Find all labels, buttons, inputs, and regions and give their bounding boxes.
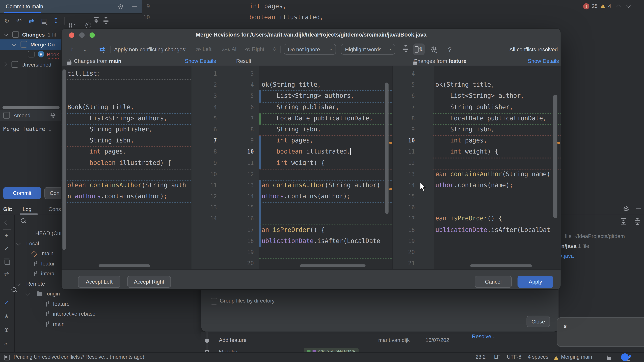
code-line[interactable]: 19 (191, 247, 392, 258)
close-traffic-light[interactable] (69, 32, 74, 38)
hide-panel-icon[interactable] (636, 209, 641, 209)
group-by-icon[interactable] (69, 23, 74, 28)
sync-scroll-button[interactable]: ⇅ (413, 43, 425, 55)
code-line[interactable] (62, 247, 191, 258)
code-line[interactable]: String publisher, (62, 124, 191, 135)
code-line[interactable] (62, 213, 191, 224)
code-line[interactable]: 9 String isbn, (392, 124, 561, 135)
magic-resolve-icon[interactable]: ✧ (272, 45, 277, 53)
code-line[interactable] (62, 224, 191, 236)
code-line[interactable]: 10boolean illustrated, (142, 12, 589, 23)
file-checkbox[interactable] (28, 51, 34, 57)
previous-change-icon[interactable]: ↑ (70, 45, 73, 52)
unlock-icon[interactable] (607, 357, 611, 360)
code-line[interactable]: 68 String isbn, (191, 124, 392, 135)
code-line[interactable]: 1012 (191, 169, 392, 180)
chevron-down-icon[interactable] (626, 3, 631, 8)
indent-setting[interactable]: 4 spaces (528, 354, 548, 360)
branch-tree-item[interactable]: origin (14, 289, 206, 299)
status-message[interactable]: Pending Unresolved conflicts // Resolve.… (14, 354, 144, 360)
code-line[interactable]: 1113an containsAuthor(String author) (191, 180, 392, 191)
merge-branches-icon[interactable]: ⇄ (4, 271, 9, 277)
code-line[interactable]: 9int pages, (142, 1, 589, 12)
collapse-all-icon[interactable] (104, 17, 108, 24)
warning-count[interactable]: 4 (608, 3, 611, 9)
code-line[interactable]: int pages, (62, 146, 191, 158)
accept-right-button[interactable]: Accept Right (127, 276, 171, 288)
scrollbar[interactable] (385, 82, 388, 214)
unversioned-checkbox[interactable] (12, 61, 18, 68)
code-line[interactable]: 911 int weight) { (191, 157, 392, 169)
chevron-down-icon[interactable] (3, 32, 8, 36)
code-line[interactable]: 46 String publisher, (191, 102, 392, 113)
code-line[interactable]: 16 (392, 202, 561, 213)
code-line[interactable]: 810 boolean illustrated, (191, 146, 392, 158)
shelf-file-link[interactable]: k.java (560, 253, 574, 259)
apply-button[interactable]: Apply (518, 276, 553, 288)
code-line[interactable]: 1214uthors.contains(author); (191, 191, 392, 202)
chevron-up-icon[interactable] (616, 5, 621, 9)
minimize-traffic-light[interactable] (79, 32, 85, 38)
code-line[interactable]: 17an isPreOrder() { (191, 224, 392, 236)
branch-tree-item[interactable]: interactive-rebase (14, 309, 206, 319)
gear-icon[interactable] (118, 3, 124, 9)
code-line[interactable] (62, 236, 191, 247)
code-line[interactable]: til.List; (62, 68, 191, 79)
scrollbar[interactable] (62, 69, 66, 250)
changes-checkbox[interactable] (12, 31, 19, 38)
code-line[interactable]: 7 String publisher, (392, 102, 561, 113)
checkout-icon[interactable]: ↙ (4, 245, 9, 252)
minimize-icon[interactable] (132, 6, 137, 6)
code-line[interactable]: String isbn, (62, 135, 191, 146)
code-line[interactable]: 5ok(String title, (392, 79, 561, 90)
dialog-titlebar[interactable]: Merge Revisions for /Users/marit.van.dij… (62, 29, 561, 41)
code-line[interactable]: 15 (392, 191, 561, 202)
delete-icon[interactable] (4, 260, 10, 265)
more-icon[interactable]: » (4, 340, 7, 347)
branch-tree-item[interactable]: feature (14, 299, 206, 309)
code-line[interactable]: 35 List<String> authors, (191, 90, 392, 102)
commit-tab[interactable]: Commit to main (6, 3, 43, 9)
merge-group-checkbox[interactable] (20, 41, 27, 48)
code-line[interactable]: 14uthor.contains(name); (392, 180, 561, 191)
ignore-policy-select[interactable]: Do not ignore▾ (284, 44, 336, 55)
accept-left-button[interactable]: Accept Left (78, 276, 120, 288)
scrollbar[interactable] (300, 264, 366, 267)
shelve-icon[interactable]: ↧ (53, 17, 58, 25)
code-line[interactable]: 13ean containsAuthor(String name) (392, 169, 561, 180)
code-line[interactable] (62, 79, 191, 90)
git-branch-widget[interactable]: Merging main (561, 354, 592, 360)
code-line[interactable]: 24ok(String title, (191, 79, 392, 90)
code-line[interactable]: boolean illustrated) { (62, 157, 191, 169)
code-line[interactable]: 20 (191, 258, 392, 269)
collapse-panel-icon[interactable] (4, 221, 9, 225)
star-icon[interactable]: ★ (4, 313, 9, 320)
apply-right-button[interactable]: ≪ Right (245, 46, 264, 52)
code-line[interactable]: 79 int pages, (191, 135, 392, 146)
left-show-details-link[interactable]: Show Details (185, 58, 216, 64)
code-line[interactable] (62, 169, 191, 180)
scrollbar[interactable] (553, 95, 557, 218)
expand-all-icon[interactable] (94, 17, 98, 24)
code-line[interactable]: 8 LocalDate publicationDate, (392, 113, 561, 124)
splitter-handle[interactable] (2, 106, 60, 109)
tab-console[interactable]: Cons (48, 206, 61, 212)
result-diff-pane[interactable]: 1324ok(String title,35 List<String> auth… (191, 66, 392, 269)
code-line[interactable]: 57 LocalDate publicationDate, (191, 113, 392, 124)
push-notification-icon[interactable]: ↑ (621, 354, 629, 361)
merge-icon[interactable]: ⇄ (29, 17, 34, 25)
highlight-policy-select[interactable]: Highlight words▾ (341, 44, 395, 55)
code-line[interactable]: 18ublicationDate.isAfter(LocalDate (191, 236, 392, 247)
tool-window-toggle-icon[interactable] (4, 355, 10, 360)
conflict-file-name[interactable]: Book (47, 51, 59, 57)
code-line[interactable] (62, 258, 191, 269)
next-change-icon[interactable]: ↓ (83, 45, 86, 52)
code-line[interactable]: Book(String title, (62, 102, 191, 113)
cancel-button[interactable]: Cancel (475, 276, 512, 288)
code-line[interactable]: 13 (191, 68, 392, 79)
code-line[interactable]: 10 int pages, (392, 135, 561, 146)
tab-log[interactable]: Log (23, 206, 32, 212)
collapse-unchanged-icon[interactable] (403, 45, 408, 52)
notification-card[interactable]: s (557, 317, 644, 347)
help-icon[interactable]: ? (448, 46, 452, 53)
